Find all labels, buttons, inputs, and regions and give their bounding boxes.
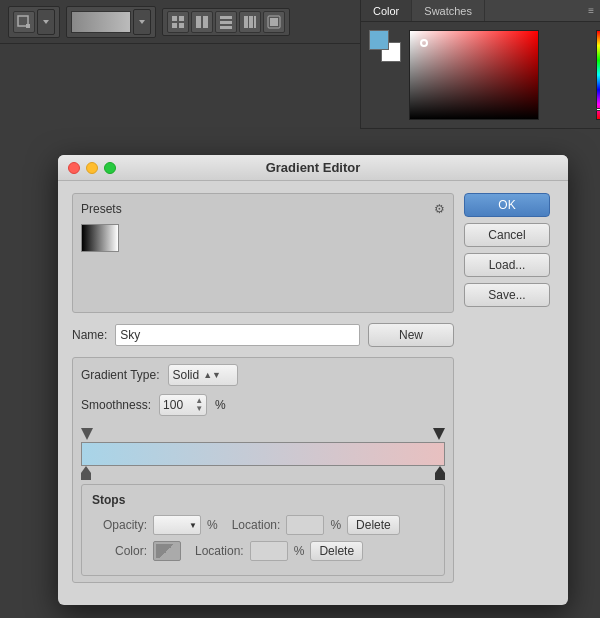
presets-label: Presets: [81, 202, 122, 216]
svg-rect-9: [220, 21, 232, 24]
svg-rect-11: [244, 16, 248, 28]
stops-section: Stops Opacity: ▼ % Location: %: [81, 484, 445, 576]
fg-color-swatch[interactable]: [369, 30, 389, 50]
opacity-location-pct: %: [330, 518, 341, 532]
hue-indicator: [596, 108, 600, 111]
maximize-button[interactable]: [104, 162, 116, 174]
view-tools-group: [162, 8, 290, 36]
presets-settings-icon[interactable]: ⚙: [434, 202, 445, 216]
color-stop-row: Color: Location: % Delete: [92, 541, 434, 561]
view-btn-5[interactable]: [263, 11, 285, 33]
opacity-stop-left[interactable]: [81, 428, 93, 442]
opacity-location-label: Location:: [232, 518, 281, 532]
hue-slider[interactable]: [596, 30, 600, 120]
gradient-preview[interactable]: [71, 11, 131, 33]
new-button[interactable]: New: [368, 323, 454, 347]
svg-rect-5: [179, 23, 184, 28]
rect-select-tool[interactable]: [13, 11, 35, 33]
tab-swatches[interactable]: Swatches: [412, 0, 485, 21]
gradient-preview-group: [66, 6, 156, 38]
svg-rect-2: [172, 16, 177, 21]
gradient-type-label: Gradient Type:: [81, 368, 160, 382]
view-btn-2[interactable]: [191, 11, 213, 33]
color-location-pct: %: [294, 544, 305, 558]
smoothness-row: Smoothness: 100 ▲▼ %: [81, 394, 445, 416]
color-panel: Color Swatches ≡: [360, 0, 600, 129]
svg-rect-10: [220, 26, 232, 29]
gradient-editor-dialog: Gradient Editor Presets ⚙ Name:: [58, 155, 568, 605]
gradient-bar-area: [81, 428, 445, 480]
dialog-right-buttons: OK Cancel Load... Save...: [464, 193, 554, 591]
smoothness-input[interactable]: 100 ▲▼: [159, 394, 207, 416]
color-picker-area: [409, 30, 592, 120]
presets-grid: [81, 224, 445, 304]
close-button[interactable]: [68, 162, 80, 174]
gradient-dropdown[interactable]: [133, 9, 151, 35]
name-row: Name: New: [72, 323, 454, 347]
color-stop-swatch-inner: [156, 544, 178, 558]
minimize-button[interactable]: [86, 162, 98, 174]
svg-rect-6: [196, 16, 201, 28]
color-panel-body: [361, 22, 600, 128]
opacity-input[interactable]: ▼: [153, 515, 201, 535]
opacity-label: Opacity:: [92, 518, 147, 532]
svg-rect-7: [203, 16, 208, 28]
color-stop-swatch[interactable]: [153, 541, 181, 561]
stops-title: Stops: [92, 493, 434, 507]
opacity-pct: %: [207, 518, 218, 532]
svg-rect-4: [172, 23, 177, 28]
panel-menu-icon[interactable]: ≡: [582, 5, 600, 16]
opacity-stop-row: Opacity: ▼ % Location: % Delete: [92, 515, 434, 535]
color-picker-cursor: [420, 39, 428, 47]
dialog-left: Presets ⚙ Name: New Gradient Typ: [72, 193, 454, 591]
view-btn-1[interactable]: [167, 11, 189, 33]
presets-section: Presets ⚙: [72, 193, 454, 313]
load-button[interactable]: Load...: [464, 253, 550, 277]
color-stop-left[interactable]: [81, 466, 91, 480]
color-panel-tabs: Color Swatches ≡: [361, 0, 600, 22]
select-tool-group: [8, 6, 60, 38]
window-controls: [68, 162, 116, 174]
preset-item-bw[interactable]: [81, 224, 119, 252]
dialog-title: Gradient Editor: [266, 160, 361, 175]
gradient-bar[interactable]: [81, 442, 445, 466]
svg-rect-1: [26, 24, 30, 28]
save-button[interactable]: Save...: [464, 283, 550, 307]
fg-bg-swatches: [369, 30, 401, 62]
cancel-button[interactable]: Cancel: [464, 223, 550, 247]
view-btn-4[interactable]: [239, 11, 261, 33]
svg-rect-3: [179, 16, 184, 21]
gradient-type-select[interactable]: Solid ▲▼: [168, 364, 238, 386]
ok-button[interactable]: OK: [464, 193, 550, 217]
gradient-type-row: Gradient Type: Solid ▲▼: [81, 364, 445, 386]
svg-rect-13: [254, 16, 256, 28]
gradient-bottom-stops: [81, 466, 445, 480]
opacity-stop-right[interactable]: [433, 428, 445, 442]
smoothness-label: Smoothness:: [81, 398, 151, 412]
svg-rect-15: [270, 18, 278, 26]
opacity-location-input[interactable]: [286, 515, 324, 535]
opacity-delete-button[interactable]: Delete: [347, 515, 400, 535]
view-btn-3[interactable]: [215, 11, 237, 33]
name-input[interactable]: [115, 324, 360, 346]
color-gradient-box[interactable]: [409, 30, 539, 120]
svg-rect-8: [220, 16, 232, 19]
color-stop-right[interactable]: [435, 466, 445, 480]
color-stop-label: Color:: [92, 544, 147, 558]
presets-header: Presets ⚙: [81, 202, 445, 216]
dialog-titlebar: Gradient Editor: [58, 155, 568, 181]
smoothness-pct: %: [215, 398, 226, 412]
tab-color[interactable]: Color: [361, 0, 412, 21]
name-label: Name:: [72, 328, 107, 342]
color-location-label: Location:: [195, 544, 244, 558]
gradient-top-stops: [81, 428, 445, 442]
color-delete-button[interactable]: Delete: [310, 541, 363, 561]
color-location-input[interactable]: [250, 541, 288, 561]
tool-dropdown[interactable]: [37, 9, 55, 35]
dialog-layout: Presets ⚙ Name: New Gradient Typ: [72, 193, 554, 591]
dialog-body: Presets ⚙ Name: New Gradient Typ: [58, 181, 568, 605]
svg-rect-12: [249, 16, 253, 28]
hue-slider-container: [596, 30, 600, 120]
